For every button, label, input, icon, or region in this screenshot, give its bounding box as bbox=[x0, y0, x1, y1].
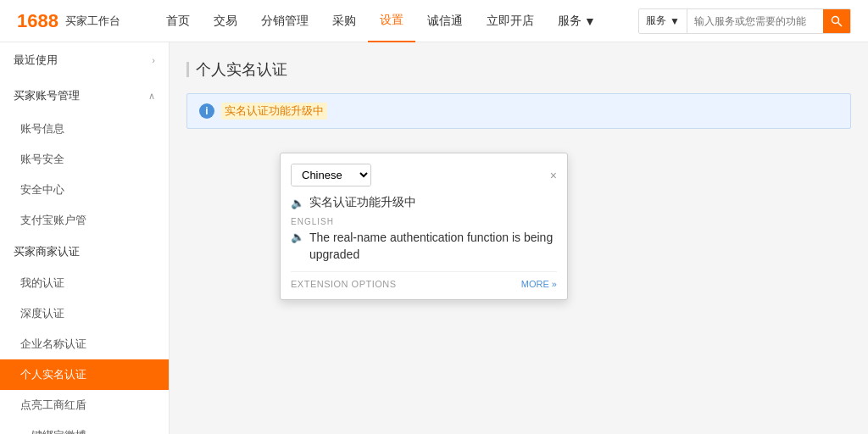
popup-original-row: 🔈 实名认证功能升级中 bbox=[291, 195, 557, 210]
search-icon bbox=[831, 15, 843, 27]
search-button[interactable] bbox=[823, 9, 850, 33]
sidebar-item-business-shield[interactable]: 点亮工商红盾 bbox=[0, 390, 169, 420]
svg-line-1 bbox=[838, 22, 843, 26]
search-wrapper: 服务 ▼ bbox=[638, 8, 851, 34]
nav-home[interactable]: 首页 bbox=[154, 0, 202, 42]
main-content: 个人实名认证 i 实名认证功能升级中 Chinese English Japan… bbox=[170, 42, 868, 434]
popup-footer: EXTENSION OPTIONS MORE » bbox=[291, 271, 557, 289]
service-label: 服务 bbox=[646, 14, 666, 28]
main-nav: 首页 交易 分销管理 采购 设置 诚信通 立即开店 服务 ▼ bbox=[154, 0, 638, 42]
sidebar-account-header[interactable]: 买家账号管理 ∧ bbox=[0, 78, 169, 114]
popup-header: Chinese English Japanese Korean × bbox=[291, 164, 557, 186]
language-select[interactable]: Chinese English Japanese Korean bbox=[292, 164, 370, 186]
popup-original-text: 实名认证功能升级中 bbox=[309, 195, 416, 210]
english-section-label: ENGLISH bbox=[291, 217, 557, 226]
more-link[interactable]: MORE » bbox=[521, 279, 557, 289]
nav-distribution[interactable]: 分销管理 bbox=[249, 0, 320, 42]
svg-point-0 bbox=[832, 16, 839, 23]
sidebar-item-deep-cert[interactable]: 深度认证 bbox=[0, 298, 169, 329]
sidebar-recent-section: 最近使用 › bbox=[0, 42, 169, 78]
chevron-right-icon: › bbox=[152, 55, 155, 65]
notice-bar: i 实名认证功能升级中 bbox=[186, 93, 851, 129]
search-input[interactable] bbox=[687, 9, 823, 33]
nav-trade[interactable]: 交易 bbox=[202, 0, 249, 42]
speaker-icon[interactable]: 🔈 bbox=[291, 197, 304, 209]
sidebar-merchant-label: 买家商家认证 bbox=[14, 244, 80, 259]
translation-popup: Chinese English Japanese Korean × 🔈 实名认证… bbox=[280, 153, 568, 300]
sidebar-merchant-section: 买家商家认证 我的认证 深度认证 企业名称认证 个人实名认证 点亮工商红盾 一键… bbox=[0, 236, 169, 434]
sidebar: 最近使用 › 买家账号管理 ∧ 账号信息 账号安全 安全中心 支付宝账户管 买家… bbox=[0, 42, 170, 434]
sidebar-item-alipay[interactable]: 支付宝账户管 bbox=[0, 205, 169, 236]
popup-translated-text: The real-name authentication function is… bbox=[309, 230, 557, 263]
speaker-translated-icon[interactable]: 🔈 bbox=[291, 230, 304, 245]
header-right: 服务 ▼ bbox=[638, 8, 851, 34]
nav-purchase[interactable]: 采购 bbox=[320, 0, 368, 42]
page-title: 个人实名认证 bbox=[186, 59, 851, 80]
chevron-up-icon: ∧ bbox=[148, 91, 155, 102]
sidebar-item-company-cert[interactable]: 企业名称认证 bbox=[0, 329, 169, 359]
language-select-wrapper: Chinese English Japanese Korean bbox=[291, 164, 371, 186]
extension-options-label[interactable]: EXTENSION OPTIONS bbox=[291, 279, 397, 289]
nav-settings[interactable]: 设置 bbox=[368, 0, 415, 42]
layout: 最近使用 › 买家账号管理 ∧ 账号信息 账号安全 安全中心 支付宝账户管 买家… bbox=[0, 42, 868, 434]
sidebar-item-account-info[interactable]: 账号信息 bbox=[0, 114, 169, 144]
sidebar-item-personal-cert[interactable]: 个人实名认证 bbox=[0, 359, 169, 390]
sidebar-account-section: 买家账号管理 ∧ 账号信息 账号安全 安全中心 支付宝账户管 bbox=[0, 78, 169, 236]
sidebar-item-weibo[interactable]: 一键绑定微博 bbox=[0, 420, 169, 434]
chevron-down-icon: ▼ bbox=[670, 15, 680, 27]
sidebar-item-my-cert[interactable]: 我的认证 bbox=[0, 268, 169, 298]
logo: 1688 bbox=[17, 10, 58, 32]
nav-open-store[interactable]: 立即开店 bbox=[475, 0, 546, 42]
sidebar-item-account-security[interactable]: 账号安全 bbox=[0, 144, 169, 175]
sidebar-recent-label: 最近使用 bbox=[14, 53, 58, 68]
sidebar-recent-header[interactable]: 最近使用 › bbox=[0, 42, 169, 78]
sidebar-merchant-header: 买家商家认证 bbox=[0, 236, 169, 268]
sidebar-account-label: 买家账号管理 bbox=[14, 88, 80, 103]
logo-subtitle: 买家工作台 bbox=[65, 14, 120, 29]
service-select[interactable]: 服务 ▼ bbox=[639, 9, 687, 33]
notice-text: 实名认证功能升级中 bbox=[221, 103, 327, 120]
header: 1688 买家工作台 首页 交易 分销管理 采购 设置 诚信通 立即开店 服务 … bbox=[0, 0, 868, 42]
info-icon: i bbox=[199, 103, 214, 119]
popup-translated-row: 🔈 The real-name authentication function … bbox=[291, 230, 557, 263]
popup-close-button[interactable]: × bbox=[550, 169, 557, 182]
nav-service[interactable]: 服务 ▼ bbox=[546, 0, 608, 42]
sidebar-item-security-center[interactable]: 安全中心 bbox=[0, 175, 169, 205]
nav-integrity[interactable]: 诚信通 bbox=[415, 0, 475, 42]
